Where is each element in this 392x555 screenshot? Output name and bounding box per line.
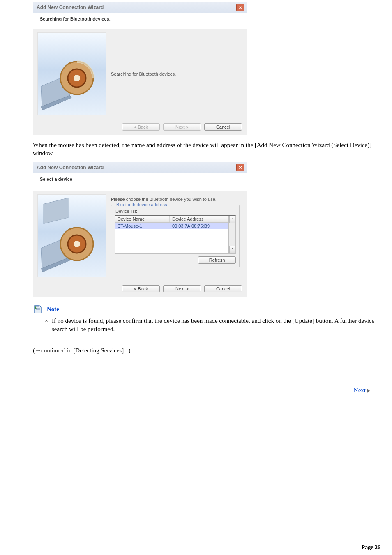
dialog-body: Please choose the Bluetooth device you w…	[33, 191, 247, 281]
device-list-row[interactable]: BT-Mouse-1 00:03:7A:08:75:B9	[115, 223, 228, 229]
scrollbar[interactable]: ˄ ˅	[228, 216, 235, 253]
scroll-up-icon[interactable]: ˄	[229, 216, 235, 223]
dialog-button-row: < Back Next > Cancel	[33, 281, 247, 297]
close-icon[interactable]: ×	[236, 4, 244, 11]
device-list-label: Device list:	[115, 209, 236, 214]
dialog-button-row: < Back Next > Cancel	[33, 119, 247, 135]
column-device-address: Device Address	[170, 216, 228, 222]
next-link[interactable]: Next▶	[16, 387, 376, 394]
column-device-name: Device Name	[115, 216, 170, 222]
device-row-name: BT-Mouse-1	[115, 223, 170, 229]
wizard-illustration	[37, 194, 106, 277]
scroll-down-icon[interactable]: ˅	[229, 246, 235, 253]
device-address-groupbox: Bluetooth device address Device list: De…	[111, 205, 240, 267]
groupbox-legend: Bluetooth device address	[115, 202, 169, 207]
cancel-button[interactable]: Cancel	[204, 285, 242, 292]
dialog-body-right: Searching for Bluetooth devices.	[108, 29, 247, 119]
instruction-text: Please choose the Bluetooth device you w…	[111, 197, 240, 202]
dialog-subheader: Select a device	[33, 173, 247, 191]
note-list: If no device is found, please confirm th…	[43, 317, 376, 334]
next-button[interactable]: Next >	[163, 285, 201, 292]
wizard-searching-dialog: Add New Connection Wizard × Searching fo…	[33, 2, 247, 135]
note-icon	[33, 304, 43, 314]
note-row: Note	[33, 304, 376, 314]
dialog-subheader: Searching for Bluetooth devices.	[33, 13, 247, 29]
next-link-label: Next	[354, 387, 366, 394]
next-arrow-icon: ▶	[367, 387, 371, 394]
back-button: < Back	[122, 123, 160, 131]
device-list-header: Device Name Device Address	[115, 216, 228, 223]
note-item: If no device is found, please confirm th…	[52, 317, 376, 334]
device-row-address: 00:03:7A:08:75:B9	[170, 223, 228, 229]
svg-point-12	[74, 241, 80, 247]
continued-text: (→continued in [Detecting Services]...)	[33, 347, 376, 354]
searching-text: Searching for Bluetooth devices.	[111, 71, 176, 76]
dialog-titlebar: Add New Connection Wizard ×	[33, 162, 247, 173]
dialog-body-right: Please choose the Bluetooth device you w…	[108, 191, 247, 281]
dialog-titlebar: Add New Connection Wizard ×	[33, 2, 247, 13]
back-button[interactable]: < Back	[122, 285, 160, 292]
wizard-illustration	[37, 32, 106, 115]
dialog-body: Searching for Bluetooth devices.	[33, 29, 247, 119]
body-paragraph-1: When the mouse has been detected, the na…	[33, 141, 376, 158]
dialog-title: Add New Connection Wizard	[37, 5, 104, 10]
wizard-select-device-dialog: Add New Connection Wizard × Select a dev…	[33, 162, 247, 297]
note-label: Note	[47, 306, 59, 313]
page-number: Page 26	[362, 544, 380, 551]
refresh-button[interactable]: Refresh	[198, 256, 236, 264]
next-button: Next >	[163, 123, 201, 131]
svg-point-5	[74, 75, 80, 81]
cancel-button[interactable]: Cancel	[204, 123, 242, 131]
close-icon[interactable]: ×	[236, 164, 244, 171]
dialog-title: Add New Connection Wizard	[37, 165, 104, 170]
device-list[interactable]: Device Name Device Address BT-Mouse-1 00…	[115, 215, 236, 254]
